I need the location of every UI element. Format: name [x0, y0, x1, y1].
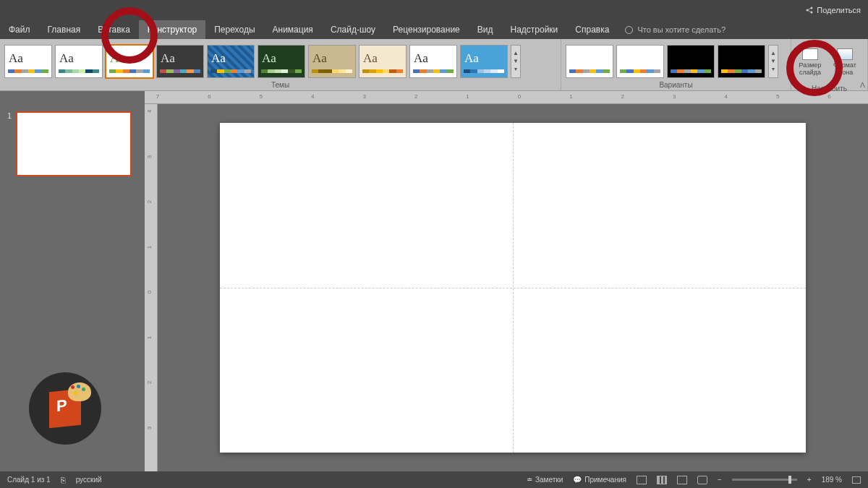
variant-tile[interactable]: [616, 45, 664, 78]
horizontal-ruler: 765432101234567: [145, 91, 868, 104]
ribbon: AaAaAaAaAaAaAaAaAaAa▲▼▾ Темы ▲▼▾ Вариант…: [0, 39, 868, 91]
ruler-number: 7: [156, 93, 159, 100]
share-label: Поделиться: [817, 6, 861, 14]
workspace: 1 432101234: [0, 104, 868, 471]
themes-group-label: Темы: [0, 80, 561, 90]
theme-preview-text: Aa: [211, 51, 226, 66]
vertical-ruler: 432101234: [145, 104, 158, 471]
tab-help[interactable]: Справка: [566, 20, 618, 39]
variant-color-bar: [721, 69, 762, 73]
ruler-number: 4: [146, 110, 153, 113]
palette-icon: [68, 382, 91, 401]
theme-preview-text: Aa: [59, 51, 74, 66]
theme-preview-text: Aa: [363, 51, 378, 66]
variant-tile[interactable]: [667, 45, 715, 78]
ruler-number: 1: [569, 93, 572, 100]
ruler-number: 3: [673, 93, 676, 100]
variant-color-bar: [569, 69, 610, 73]
variant-tile[interactable]: [718, 45, 765, 78]
ruler-number: 2: [146, 200, 153, 203]
theme-preview-text: Aa: [110, 51, 124, 66]
ruler-number: 1: [146, 335, 153, 338]
powerpoint-logo-badge: [29, 372, 101, 445]
tab-insert[interactable]: Вставка: [89, 20, 139, 39]
variant-color-bar: [671, 69, 711, 73]
ruler-number: 0: [146, 291, 153, 294]
notes-button[interactable]: ≐Заметки: [527, 476, 563, 484]
theme-tile[interactable]: Aa: [359, 45, 407, 78]
comments-button[interactable]: 💬Примечания: [573, 476, 626, 484]
language-indicator[interactable]: русский: [76, 476, 102, 484]
theme-color-bar: [261, 69, 302, 73]
share-icon: [805, 6, 814, 14]
ruler-number: 1: [466, 93, 469, 100]
format-bg-label: Формат фона: [829, 61, 861, 76]
slideshow-view-icon[interactable]: [697, 476, 707, 484]
customize-group: Размер слайда Формат фона Настроить: [791, 39, 868, 90]
zoom-out-icon[interactable]: −: [718, 476, 722, 484]
theme-tile[interactable]: Aa: [156, 45, 204, 78]
zoom-in-icon[interactable]: +: [807, 476, 812, 484]
slide-stage[interactable]: [158, 104, 868, 471]
variants-more-button[interactable]: ▲▼▾: [768, 45, 778, 78]
reading-view-icon[interactable]: [677, 476, 687, 484]
tab-file[interactable]: Файл: [0, 20, 39, 39]
normal-view-icon[interactable]: [637, 476, 647, 484]
theme-tile[interactable]: Aa: [106, 45, 153, 78]
collapse-ribbon-icon[interactable]: ᐱ: [860, 81, 865, 89]
variant-tile[interactable]: [566, 45, 613, 78]
slide-canvas[interactable]: [220, 123, 806, 453]
zoom-level[interactable]: 189 %: [822, 476, 842, 484]
tell-me-label: Что вы хотите сделать?: [637, 25, 726, 34]
theme-color-bar: [8, 69, 48, 73]
slide-sorter-view-icon[interactable]: [657, 476, 667, 484]
tab-addins[interactable]: Надстройки: [501, 20, 566, 39]
ruler-number: 6: [827, 93, 830, 100]
ruler-number: 2: [621, 93, 624, 100]
lightbulb-icon: [625, 26, 633, 34]
zoom-slider[interactable]: [732, 479, 797, 481]
slide-thumbnail[interactable]: [16, 111, 132, 176]
tab-design[interactable]: Конструктор: [139, 20, 205, 39]
themes-more-button[interactable]: ▲▼▾: [511, 45, 521, 78]
ruler-number: 4: [311, 93, 314, 100]
ruler-number: 3: [362, 93, 365, 100]
variants-group: ▲▼▾ Варианты: [561, 39, 791, 90]
titlebar: Поделиться: [0, 0, 868, 20]
slide-counter[interactable]: Слайд 1 из 1: [7, 476, 51, 484]
fit-to-window-icon[interactable]: [852, 476, 861, 484]
ruler-number: 2: [146, 381, 153, 384]
theme-tile[interactable]: Aa: [4, 45, 52, 78]
tab-view[interactable]: Вид: [469, 20, 502, 39]
ruler-number: 5: [776, 93, 779, 100]
theme-tile[interactable]: Aa: [258, 45, 305, 78]
format-background-button[interactable]: Формат фона: [829, 40, 861, 84]
theme-tile[interactable]: Aa: [207, 45, 255, 78]
theme-color-bar: [210, 69, 251, 73]
theme-color-bar: [160, 69, 200, 73]
tab-review[interactable]: Рецензирование: [384, 20, 469, 39]
theme-tile[interactable]: Aa: [460, 45, 508, 78]
theme-preview-text: Aa: [262, 51, 276, 66]
theme-preview-text: Aa: [9, 51, 23, 66]
slide-size-label: Размер слайда: [794, 61, 826, 76]
theme-color-bar: [109, 69, 150, 73]
tab-transitions[interactable]: Переходы: [205, 20, 263, 39]
tell-me-box[interactable]: Что вы хотите сделать?: [625, 20, 726, 39]
theme-tile[interactable]: Aa: [409, 45, 457, 78]
theme-preview-text: Aa: [414, 51, 428, 66]
spellcheck-icon[interactable]: ⎘: [61, 476, 66, 484]
variant-color-bar: [620, 69, 660, 73]
share-button[interactable]: Поделиться: [805, 6, 861, 14]
variants-group-label: Варианты: [561, 80, 791, 90]
theme-tile[interactable]: Aa: [308, 45, 356, 78]
theme-tile[interactable]: Aa: [55, 45, 103, 78]
tab-slideshow[interactable]: Слайд-шоу: [322, 20, 384, 39]
slide-size-button[interactable]: Размер слайда: [794, 40, 826, 84]
theme-preview-text: Aa: [464, 51, 479, 66]
tab-animation[interactable]: Анимация: [264, 20, 322, 39]
tab-home[interactable]: Главная: [39, 20, 90, 39]
menubar: Файл Главная Вставка Конструктор Переход…: [0, 20, 868, 39]
format-bg-icon: [837, 48, 853, 60]
ruler-number: 0: [518, 93, 521, 100]
